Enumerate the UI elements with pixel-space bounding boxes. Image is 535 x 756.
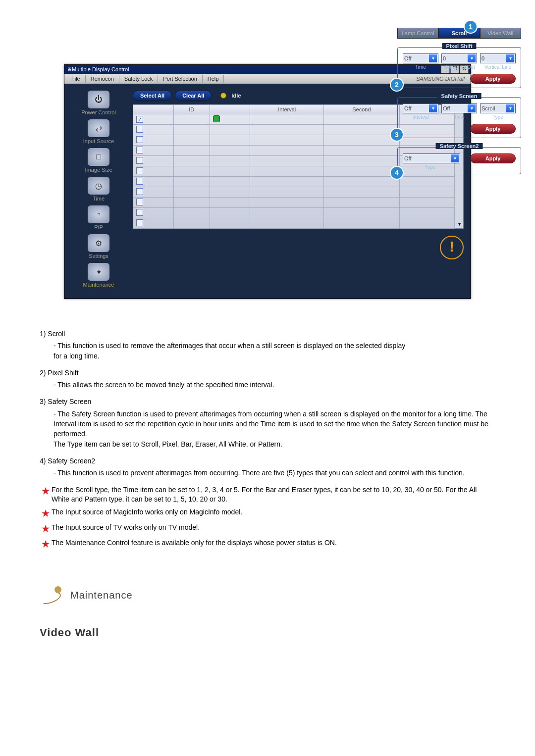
row-checkbox[interactable] [136,209,143,216]
row-checkbox[interactable] [136,157,143,164]
idle-indicator-icon [220,93,226,99]
sidebar-item-pip[interactable]: ▫ PIP [71,205,126,230]
menu-safety-lock[interactable]: Safety Lock [119,75,158,83]
table-cell [324,114,400,125]
maintenance-heading: Maintenance [70,588,133,603]
badge-2: 2 [390,78,404,92]
menu-port-selection[interactable]: Port Selection [158,75,202,83]
table-cell [210,156,250,166]
row-checkbox[interactable] [136,116,143,123]
star-icon: ★ [40,538,52,551]
table-cell [324,156,400,166]
star-icon: ★ [40,507,52,520]
sidebar-item-time[interactable]: ◷ Time [71,177,126,202]
doc-star-text: The Maintenance Control feature is avail… [52,538,337,551]
table-cell [173,187,210,198]
pixel-shift-vline-select[interactable]: 0▾ [480,53,516,63]
table-row[interactable] [133,198,455,208]
safety-screen-type-select[interactable]: Scroll▾ [480,103,516,113]
row-checkbox[interactable] [136,178,143,185]
table-cell [250,146,324,156]
sidebar-item-icon: ▫ [88,205,109,223]
doc-item-body: - This allows the screen to be moved fin… [40,380,495,390]
row-checkbox[interactable] [136,167,143,174]
safety-screen2-type-label: Type [403,164,457,170]
sidebar-item-settings[interactable]: ⚙ Settings [71,234,126,259]
table-cell [133,218,174,229]
table-cell [210,135,250,146]
menu-remocon[interactable]: Remocon [86,75,119,83]
select-all-button[interactable]: Select All [133,91,172,101]
menu-help[interactable]: Help [203,75,224,83]
scroll-down-button[interactable]: ▾ [455,221,463,228]
table-cell [133,208,174,218]
star-icon: ★ [40,523,52,535]
table-cell [324,218,400,229]
table-cell [324,135,400,146]
pixel-shift-apply-button[interactable]: Apply [470,74,516,84]
safety-screen-interval-select[interactable]: Off▾ [403,103,438,113]
row-checkbox[interactable] [136,188,143,195]
clear-all-button[interactable]: Clear All [175,91,212,101]
table-cell [210,218,250,229]
table-cell [210,114,250,125]
pixel-shift-hdot-select[interactable]: 0▾ [441,53,477,63]
table-cell [173,146,210,156]
table-cell [173,156,210,166]
row-checkbox[interactable] [136,219,143,226]
sidebar-item-maintenance[interactable]: ✦ Maintenance [71,263,126,288]
table-cell [399,177,455,187]
table-cell [133,135,174,146]
row-checkbox[interactable] [136,136,143,143]
pixel-shift-vline-label: Vertical Line [480,64,516,70]
sidebar-item-power-control[interactable]: ⏻ Power Control [71,91,126,115]
table-cell [324,177,400,187]
table-cell [324,166,400,177]
table-cell [133,166,174,177]
sidebar-item-label: Power Control [71,109,126,115]
safety-screen2-type-select[interactable]: Off▾ [403,153,460,163]
table-cell [210,177,250,187]
doc-item: 1) Scroll - This function is used to rem… [40,329,495,361]
pixel-shift-time-select[interactable]: Off▾ [403,53,438,63]
table-cell [173,218,210,229]
doc-star-text: The Input source of TV works only on TV … [52,523,200,535]
table-row[interactable] [133,218,455,229]
row-checkbox[interactable] [136,126,143,133]
maintenance-swoosh-icon [40,585,63,605]
sidebar-item-input-source[interactable]: ⇄ Input Source [71,119,126,144]
sidebar-item-label: Settings [71,253,126,259]
menu-file[interactable]: File [66,75,86,83]
table-cell [399,198,455,208]
safety-screen2-apply-button[interactable]: Apply [470,153,516,163]
table-cell [173,177,210,187]
sidebar-item-icon: ✦ [88,263,109,281]
table-cell [250,187,324,198]
table-cell [250,177,324,187]
table-cell [324,187,400,198]
status-bar: ! [133,236,464,259]
tab-video-wall[interactable]: Video Wall [480,28,521,39]
tab-lamp-control[interactable]: Lamp Control [397,28,438,39]
safety-screen-apply-button[interactable]: Apply [470,124,516,134]
table-header [133,105,174,114]
idle-label: Idle [231,93,241,99]
table-cell [173,166,210,177]
doc-item-number: 1) Scroll [40,329,495,339]
table-row[interactable] [133,177,455,187]
star-icon: ★ [40,485,52,504]
chevron-down-icon: ▾ [429,104,437,112]
center-panel: Select All Clear All Idle IDIntervalSeco… [133,91,464,292]
row-checkbox[interactable] [136,147,143,153]
sidebar-item-icon: □ [88,148,109,166]
row-checkbox[interactable] [136,199,143,205]
table-cell [324,208,400,218]
safety-screen-time-select[interactable]: Off▾ [441,103,477,113]
sidebar-item-icon: ⏻ [88,91,109,108]
table-row[interactable] [133,208,455,218]
pixel-shift-time-label: Time [403,64,438,70]
table-row[interactable] [133,187,455,198]
sidebar-item-image-size[interactable]: □ Image Size [71,148,126,173]
safety-screen2-title: Safety Screen2 [436,143,483,149]
power-status-icon [213,115,220,122]
